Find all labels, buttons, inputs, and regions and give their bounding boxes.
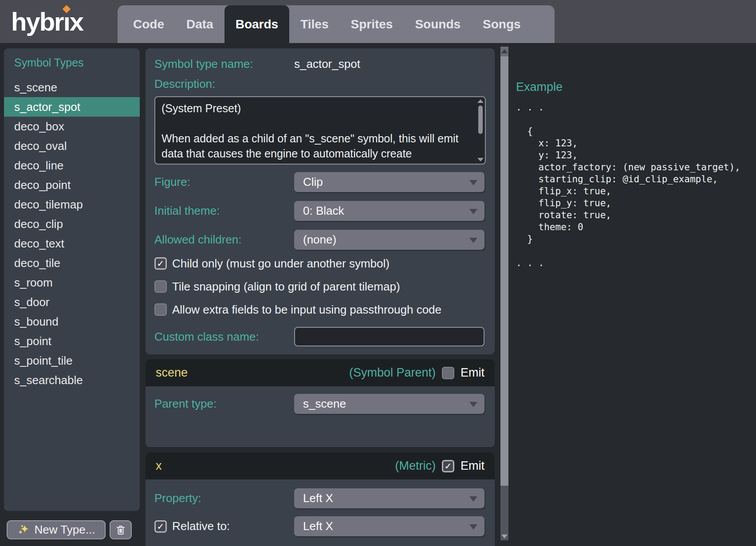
allow-extra-fields-label: Allow extra fields to be input using pas… xyxy=(172,303,441,317)
scene-emit-checkbox[interactable] xyxy=(442,367,454,379)
check-icon: ✓ xyxy=(157,522,165,531)
symbol-item-s_bound[interactable]: s_bound xyxy=(4,312,140,331)
symbol-item-s_room[interactable]: s_room xyxy=(4,273,140,292)
x-emit-checkbox[interactable]: ✓ xyxy=(442,460,454,472)
check-icon: ✓ xyxy=(157,259,165,268)
property-label: Property: xyxy=(154,491,294,505)
scroll-up-button[interactable] xyxy=(500,47,508,56)
scene-field-section: scene (Symbol Parent) Emit Parent type: … xyxy=(146,359,495,447)
chevron-down-icon xyxy=(469,209,477,214)
tab-songs[interactable]: Songs xyxy=(472,5,532,43)
relative-to-value: Left X xyxy=(303,519,333,533)
x-field-kind: (Metric) xyxy=(395,459,436,473)
child-only-label: Child only (must go under another symbol… xyxy=(172,257,390,271)
symbol-item-deco_box[interactable]: deco_box xyxy=(4,117,140,136)
symbol-type-list: s_scene s_actor_spot deco_box deco_oval … xyxy=(4,78,140,390)
editor-scroll-thumb[interactable] xyxy=(500,56,508,486)
allowed-children-label: Allowed children: xyxy=(154,233,294,247)
chevron-down-icon xyxy=(469,180,477,185)
chevron-down-icon xyxy=(469,496,477,502)
scene-section-header: scene (Symbol Parent) Emit xyxy=(146,359,495,386)
symbol-types-panel: Symbol Types s_scene s_actor_spot deco_b… xyxy=(4,48,140,511)
property-value: Left X xyxy=(303,491,333,505)
symbol-item-deco_tilemap[interactable]: deco_tilemap xyxy=(4,195,140,214)
example-panel: Example . . . { x: 123, y: 123, actor_fa… xyxy=(516,48,753,269)
symbol-item-s_door[interactable]: s_door xyxy=(4,292,140,312)
allowed-children-dropdown[interactable]: (none) xyxy=(294,230,484,250)
new-type-label: New Type... xyxy=(35,523,95,537)
symbol-item-s_point_tile[interactable]: s_point_tile xyxy=(4,351,140,370)
figure-dropdown[interactable]: Clip xyxy=(294,172,484,192)
x-section-header: x (Metric) ✓ Emit xyxy=(146,452,495,479)
symbol-item-s_scene[interactable]: s_scene xyxy=(4,78,140,97)
chevron-down-icon xyxy=(469,238,477,243)
description-text: (System Preset) When added as a child of… xyxy=(161,101,472,161)
scroll-down-icon[interactable] xyxy=(501,534,508,538)
x-field-name: x xyxy=(156,459,162,473)
relative-to-dropdown[interactable]: Left X xyxy=(294,516,484,536)
symbol-item-s_actor_spot[interactable]: s_actor_spot xyxy=(4,97,140,117)
parent-type-label: Parent type: xyxy=(154,397,294,411)
new-type-button[interactable]: New Type... xyxy=(7,520,106,539)
scene-field-kind: (Symbol Parent) xyxy=(349,366,436,380)
tab-data[interactable]: Data xyxy=(175,5,224,43)
description-scroll-thumb[interactable] xyxy=(478,106,483,134)
description-textarea[interactable]: (System Preset) When added as a child of… xyxy=(154,96,486,165)
symbol-item-s_searchable[interactable]: s_searchable xyxy=(4,370,140,390)
tab-sprites[interactable]: Sprites xyxy=(339,5,404,43)
description-scrollbar[interactable] xyxy=(477,98,484,162)
tab-sounds[interactable]: Sounds xyxy=(404,5,472,43)
symbol-item-deco_tile[interactable]: deco_tile xyxy=(4,253,140,273)
symbol-type-name-value: s_actor_spot xyxy=(294,57,360,71)
symbol-item-s_point[interactable]: s_point xyxy=(4,331,140,351)
scroll-up-icon[interactable] xyxy=(477,99,484,103)
logo-diamond-icon xyxy=(63,5,71,13)
parent-type-dropdown[interactable]: s_scene xyxy=(294,394,484,414)
tab-bar: Code Data Boards Tiles Sprites Sounds So… xyxy=(118,5,555,43)
x-emit-label: Emit xyxy=(461,459,484,473)
custom-class-name-label: Custom class name: xyxy=(154,330,294,344)
figure-label: Figure: xyxy=(154,175,294,189)
sparkles-icon xyxy=(17,524,29,536)
tab-code[interactable]: Code xyxy=(122,5,175,43)
relative-to-label: Relative to: xyxy=(172,519,230,533)
symbol-type-name-label: Symbol type name: xyxy=(154,57,294,71)
initial-theme-dropdown[interactable]: 0: Black xyxy=(294,201,484,221)
trash-icon xyxy=(115,524,126,536)
child-only-checkbox[interactable]: ✓ xyxy=(154,257,167,270)
tile-snapping-label: Tile snapping (align to grid of parent t… xyxy=(172,280,400,294)
scene-field-name: scene xyxy=(156,366,188,380)
navbar: hybrıx Code Data Boards Tiles Sprites So… xyxy=(0,0,756,43)
initial-theme-value: 0: Black xyxy=(303,204,344,218)
custom-class-name-input[interactable] xyxy=(294,327,484,346)
tile-snapping-checkbox[interactable] xyxy=(154,280,167,293)
parent-type-value: s_scene xyxy=(303,397,346,411)
symbol-type-editor: Symbol type name: s_actor_spot Descripti… xyxy=(146,48,495,354)
symbol-item-deco_text[interactable]: deco_text xyxy=(4,234,140,253)
check-icon: ✓ xyxy=(445,462,452,471)
hybrix-logo: hybrıx xyxy=(11,0,83,43)
scroll-down-icon[interactable] xyxy=(477,158,484,161)
relative-to-checkbox[interactable]: ✓ xyxy=(154,520,167,533)
initial-theme-label: Initial theme: xyxy=(154,204,294,218)
allowed-children-value: (none) xyxy=(303,233,336,247)
tab-tiles[interactable]: Tiles xyxy=(289,5,339,43)
symbol-types-title: Symbol Types xyxy=(4,48,140,69)
symbol-item-deco_clip[interactable]: deco_clip xyxy=(4,214,140,234)
delete-type-button[interactable] xyxy=(110,520,132,539)
chevron-down-icon xyxy=(469,524,477,530)
figure-value: Clip xyxy=(303,175,323,189)
symbol-item-deco_line[interactable]: deco_line xyxy=(4,156,140,175)
symbol-item-deco_oval[interactable]: deco_oval xyxy=(4,136,140,156)
symbol-item-deco_point[interactable]: deco_point xyxy=(4,175,140,195)
app-root: hybrıx Code Data Boards Tiles Sprites So… xyxy=(0,0,756,546)
example-code: . . . { x: 123, y: 123, actor_factory: (… xyxy=(516,102,753,269)
description-label: Description: xyxy=(154,77,486,91)
tab-boards[interactable]: Boards xyxy=(224,5,289,43)
allow-extra-fields-checkbox[interactable] xyxy=(154,303,167,316)
example-title: Example xyxy=(516,80,753,94)
property-dropdown[interactable]: Left X xyxy=(294,488,484,508)
editor-scrollbar[interactable] xyxy=(500,47,508,540)
x-field-section: x (Metric) ✓ Emit Property: Left X ✓ Rel… xyxy=(146,452,495,546)
scene-emit-label: Emit xyxy=(461,366,484,380)
